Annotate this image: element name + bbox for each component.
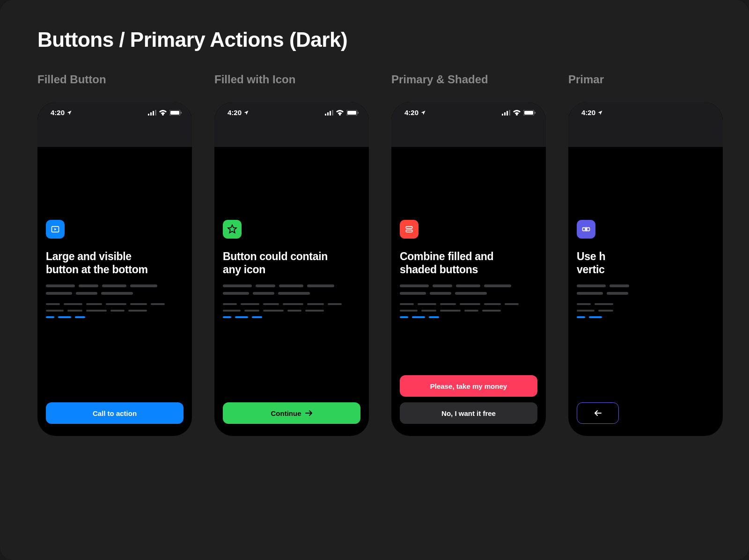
call-to-action-button[interactable]: Call to action	[46, 402, 184, 424]
phone-status-area: 4:20	[37, 102, 192, 147]
svg-rect-22	[406, 226, 412, 228]
variant-partial: Primar 4:20	[568, 73, 723, 436]
card-heading: Combine filled and shaded buttons	[400, 250, 537, 276]
svg-rect-18	[509, 110, 510, 116]
svg-rect-9	[327, 112, 329, 116]
svg-rect-15	[502, 114, 503, 116]
back-button[interactable]	[577, 402, 619, 424]
svg-rect-5	[170, 111, 179, 115]
wifi-icon	[336, 110, 344, 116]
svg-rect-0	[148, 114, 149, 116]
placeholder-text	[400, 284, 537, 318]
svg-rect-10	[330, 111, 331, 116]
svg-rect-8	[325, 114, 326, 116]
variant-label: Filled Button	[37, 73, 192, 86]
status-time: 4:20	[404, 109, 419, 116]
status-bar: 4:20	[568, 102, 723, 116]
status-bar: 4:20	[37, 102, 192, 116]
variant-label: Primary & Shaded	[391, 73, 546, 86]
battery-icon	[169, 110, 182, 116]
svg-rect-6	[181, 112, 182, 114]
card-heading: Use h vertic	[577, 250, 714, 276]
variant-label: Filled with Icon	[214, 73, 369, 86]
card-heading: Button could contain any icon	[223, 250, 360, 276]
phone-mockup: 4:20	[214, 102, 369, 436]
cellular-icon	[148, 110, 156, 116]
design-canvas: Buttons / Primary Actions (Dark) Filled …	[0, 0, 749, 560]
wifi-icon	[159, 110, 167, 116]
location-icon	[420, 110, 426, 116]
svg-rect-1	[150, 112, 152, 116]
phone-mockup: 4:20	[37, 102, 192, 436]
variant-filled-button: Filled Button 4:20	[37, 73, 192, 436]
svg-rect-21	[535, 112, 536, 114]
svg-rect-25	[587, 228, 590, 231]
star-icon	[223, 220, 242, 239]
wifi-icon	[513, 110, 521, 116]
svg-rect-23	[406, 230, 412, 232]
placeholder-text	[223, 284, 360, 318]
arrow-left-icon	[594, 410, 602, 416]
cellular-icon	[325, 110, 333, 116]
location-icon	[243, 110, 249, 116]
split-icon	[577, 220, 595, 239]
variant-filled-with-icon: Filled with Icon 4:20	[214, 73, 369, 436]
card-heading: Large and visible button at the bottom	[46, 250, 184, 276]
status-bar: 4:20	[214, 102, 369, 116]
placeholder-text	[46, 284, 184, 318]
status-time: 4:20	[51, 109, 65, 116]
phone-mockup: 4:20	[391, 102, 546, 436]
svg-rect-17	[507, 111, 508, 116]
svg-rect-20	[524, 111, 533, 115]
svg-rect-16	[504, 112, 506, 116]
svg-rect-14	[358, 112, 359, 114]
arrow-right-icon	[305, 410, 313, 416]
page-title: Buttons / Primary Actions (Dark)	[37, 28, 749, 51]
rows-icon	[400, 220, 419, 239]
variants-row: Filled Button 4:20	[37, 73, 749, 436]
svg-rect-11	[332, 110, 333, 116]
svg-rect-13	[347, 111, 356, 115]
location-icon	[66, 110, 72, 116]
location-icon	[597, 110, 603, 116]
secondary-button[interactable]: No, I want it free	[400, 402, 537, 424]
variant-primary-and-shaded: Primary & Shaded 4:20	[391, 73, 546, 436]
placeholder-text	[577, 284, 714, 318]
battery-icon	[523, 110, 536, 116]
phone-mockup: 4:20 Use h vertic	[568, 102, 723, 436]
variant-label: Primar	[568, 73, 723, 86]
status-time: 4:20	[581, 109, 595, 116]
battery-icon	[346, 110, 359, 116]
svg-rect-3	[155, 110, 156, 116]
status-bar: 4:20	[391, 102, 546, 116]
cellular-icon	[502, 110, 510, 116]
svg-rect-2	[153, 111, 154, 116]
primary-button[interactable]: Please, take my money	[400, 375, 537, 397]
play-box-icon	[46, 220, 65, 239]
status-time: 4:20	[228, 109, 242, 116]
continue-button[interactable]: Continue	[223, 402, 360, 424]
svg-rect-24	[583, 228, 586, 231]
